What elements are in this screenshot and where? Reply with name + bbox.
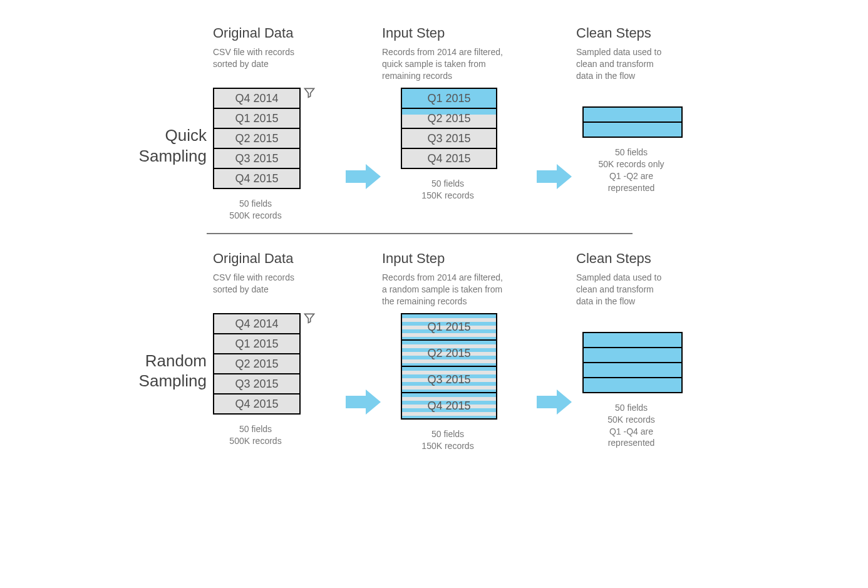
cell: Q2 2015 xyxy=(214,128,299,148)
result-row xyxy=(584,347,681,362)
row-label-random: Random Sampling xyxy=(106,250,213,391)
arrow-icon xyxy=(346,388,381,416)
sampling-diagram: Quick Sampling Original Data CSV file wi… xyxy=(0,0,868,477)
clean-result xyxy=(582,106,683,138)
cell: Q2 2015 xyxy=(402,108,496,128)
original-title: Original Data xyxy=(213,25,344,41)
clean-title: Clean Steps xyxy=(576,250,714,267)
cell: Q4 2015 xyxy=(402,392,496,418)
result-row xyxy=(584,333,681,347)
clean-caption: 50 fields 50K records only Q1 -Q2 are re… xyxy=(576,147,686,194)
columns: Original Data CSV file with records sort… xyxy=(213,250,714,452)
svg-marker-2 xyxy=(346,389,381,415)
cell: Q2 2015 xyxy=(402,339,496,366)
input-cells: Q1 2015 Q2 2015 Q3 2015 Q4 2015 xyxy=(401,313,497,420)
svg-marker-3 xyxy=(537,389,572,415)
arrow xyxy=(344,25,382,190)
svg-marker-1 xyxy=(537,164,572,189)
input-desc: Records from 2014 are filtered, a random… xyxy=(382,272,532,309)
result-row xyxy=(584,377,681,392)
cell: Q4 2015 xyxy=(214,393,299,413)
section-random-sampling: Random Sampling Original Data CSV file w… xyxy=(0,250,868,452)
arrow xyxy=(532,250,576,416)
cell: Q4 2014 xyxy=(214,89,299,108)
input-cells: Q1 2015 Q2 2015 Q3 2015 Q4 2015 xyxy=(401,88,497,169)
original-caption: 50 fields 500K records xyxy=(213,198,298,222)
result-row xyxy=(584,362,681,377)
cell: Q1 2015 xyxy=(402,314,496,339)
cell: Q3 2015 xyxy=(402,128,496,148)
clean-result xyxy=(582,332,683,393)
arrow-icon xyxy=(346,163,381,190)
original-caption: 50 fields 500K records xyxy=(213,423,298,447)
original-cells: Q4 2014 Q1 2015 Q2 2015 Q3 2015 Q4 2015 xyxy=(213,88,301,189)
col-clean: Clean Steps Sampled data used to clean a… xyxy=(576,250,714,450)
col-input: Input Step Records from 2014 are filtere… xyxy=(382,250,532,452)
filter-icon xyxy=(303,86,316,99)
input-caption: 50 fields 150K records xyxy=(401,178,495,202)
arrow-icon xyxy=(537,163,572,190)
clean-caption: 50 fields 50K records Q1 -Q4 are represe… xyxy=(576,402,686,450)
arrow xyxy=(532,25,576,190)
cell: Q4 2015 xyxy=(214,168,299,188)
original-stack-wrapper: Q4 2014 Q1 2015 Q2 2015 Q3 2015 Q4 2015 xyxy=(213,309,344,415)
original-stack-wrapper: Q4 2014 Q1 2015 Q2 2015 Q3 2015 Q4 2015 xyxy=(213,84,344,189)
columns: Original Data CSV file with records sort… xyxy=(213,25,714,222)
result-row xyxy=(584,108,681,121)
cell: Q4 2015 xyxy=(402,148,496,168)
cell: Q3 2015 xyxy=(214,148,299,168)
svg-marker-0 xyxy=(346,164,381,189)
input-desc: Records from 2014 are filtered, quick sa… xyxy=(382,46,532,84)
section-quick-sampling: Quick Sampling Original Data CSV file wi… xyxy=(0,25,868,222)
cell: Q2 2015 xyxy=(214,353,299,373)
divider xyxy=(207,233,633,234)
cell: Q1 2015 xyxy=(402,89,496,108)
clean-desc: Sampled data used to clean and transform… xyxy=(576,46,714,84)
cell: Q1 2015 xyxy=(214,108,299,128)
input-caption: 50 fields 150K records xyxy=(401,428,495,452)
col-original: Original Data CSV file with records sort… xyxy=(213,25,344,222)
original-cells: Q4 2014 Q1 2015 Q2 2015 Q3 2015 Q4 2015 xyxy=(213,313,301,415)
original-desc: CSV file with records sorted by date xyxy=(213,46,344,84)
clean-desc: Sampled data used to clean and transform… xyxy=(576,272,714,309)
row-label-quick: Quick Sampling xyxy=(106,25,213,166)
col-original: Original Data CSV file with records sort… xyxy=(213,250,344,447)
result-row xyxy=(584,121,681,137)
arrow-icon xyxy=(537,388,572,416)
cell: Q3 2015 xyxy=(402,366,496,392)
original-desc: CSV file with records sorted by date xyxy=(213,272,344,309)
cell: Q3 2015 xyxy=(214,373,299,393)
input-title: Input Step xyxy=(382,250,532,267)
filter-icon xyxy=(303,312,316,324)
col-input: Input Step Records from 2014 are filtere… xyxy=(382,25,532,202)
cell: Q4 2014 xyxy=(214,314,299,333)
arrow xyxy=(344,250,382,416)
col-clean: Clean Steps Sampled data used to clean a… xyxy=(576,25,714,194)
input-title: Input Step xyxy=(382,25,532,41)
original-title: Original Data xyxy=(213,250,344,267)
cell: Q1 2015 xyxy=(214,333,299,353)
clean-title: Clean Steps xyxy=(576,25,714,41)
